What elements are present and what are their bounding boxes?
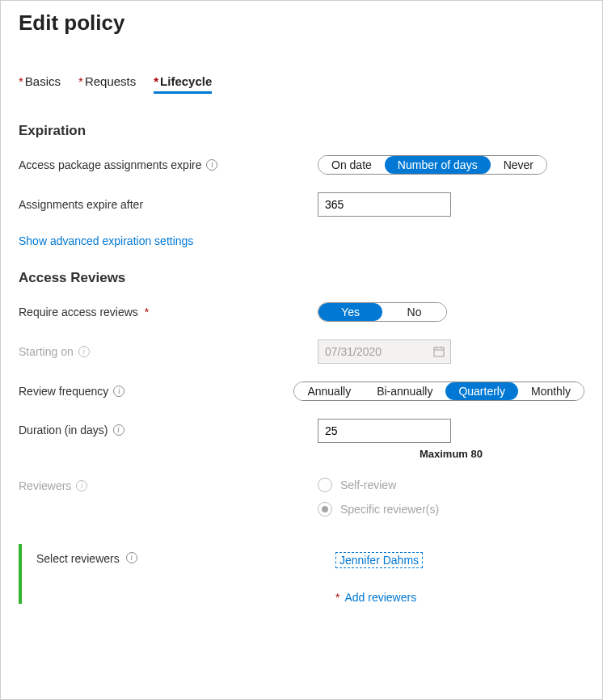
- frequency-group: Annually Bi-annually Quarterly Monthly: [293, 382, 584, 401]
- radio-self-review: [318, 478, 332, 492]
- duration-input[interactable]: [318, 419, 451, 443]
- tab-bar: *Basics *Requests *Lifecycle: [19, 74, 584, 94]
- tab-requests[interactable]: *Requests: [78, 74, 136, 94]
- label-self-review: Self-review: [340, 479, 396, 491]
- option-monthly[interactable]: Monthly: [518, 382, 584, 400]
- reviewer-chip[interactable]: Jennifer Dahms: [335, 552, 423, 568]
- expire-after-input[interactable]: [318, 192, 451, 217]
- page-title: Edit policy: [19, 11, 584, 36]
- option-quarterly[interactable]: Quarterly: [445, 382, 518, 400]
- require-reviews-group: Yes No: [318, 302, 447, 322]
- label-select-reviewers: Select reviewers: [36, 552, 120, 565]
- add-reviewers-link[interactable]: Add reviewers: [344, 591, 416, 604]
- option-yes[interactable]: Yes: [318, 303, 382, 321]
- info-icon[interactable]: i: [206, 159, 217, 171]
- option-number-of-days[interactable]: Number of days: [385, 156, 491, 174]
- label-require-reviews: Require access reviews: [19, 306, 138, 318]
- option-annually[interactable]: Annually: [294, 382, 364, 400]
- required-asterisk: *: [145, 306, 149, 318]
- select-reviewers-block: Select reviewers i Jennifer Dahms * Add …: [19, 544, 584, 604]
- label-expire-after: Assignments expire after: [19, 198, 143, 211]
- tab-lifecycle[interactable]: *Lifecycle: [154, 74, 212, 94]
- required-asterisk: *: [154, 74, 158, 88]
- tab-basics[interactable]: *Basics: [19, 74, 61, 94]
- info-icon[interactable]: i: [113, 424, 124, 436]
- option-bi-annually[interactable]: Bi-annually: [364, 382, 445, 400]
- label-specific-reviewers: Specific reviewer(s): [340, 503, 439, 516]
- label-reviewers: Reviewers: [19, 479, 71, 492]
- required-asterisk: *: [19, 74, 23, 88]
- info-icon: i: [78, 346, 90, 357]
- required-asterisk: *: [335, 591, 339, 604]
- option-no[interactable]: No: [382, 303, 446, 321]
- info-icon[interactable]: i: [126, 552, 137, 563]
- duration-max-helper: Maximum 80: [385, 448, 518, 460]
- calendar-icon: [433, 346, 445, 357]
- option-on-date[interactable]: On date: [318, 156, 385, 174]
- info-icon[interactable]: i: [113, 386, 124, 397]
- required-asterisk: *: [78, 74, 83, 88]
- starting-on-input: [318, 339, 451, 364]
- advanced-expiration-link[interactable]: Show advanced expiration settings: [19, 234, 193, 247]
- section-access-reviews: Access Reviews: [19, 270, 584, 286]
- label-assignments-expire: Access package assignments expire: [19, 158, 201, 171]
- label-duration: Duration (in days): [19, 424, 108, 436]
- section-expiration: Expiration: [19, 123, 584, 139]
- info-icon: i: [76, 480, 87, 491]
- option-never[interactable]: Never: [491, 156, 546, 174]
- label-review-frequency: Review frequency: [19, 385, 108, 398]
- label-starting-on: Starting on: [19, 345, 74, 358]
- radio-specific-reviewers: [318, 502, 332, 517]
- expire-type-group: On date Number of days Never: [318, 155, 547, 175]
- svg-rect-0: [434, 348, 444, 356]
